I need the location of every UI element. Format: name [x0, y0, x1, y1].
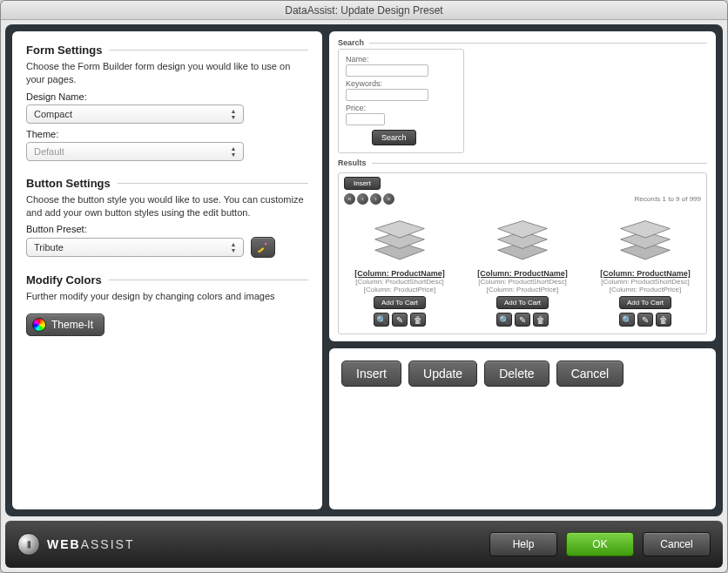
divider	[369, 43, 707, 44]
webassist-brand-text: WEBASSIST	[47, 537, 134, 551]
divider	[109, 280, 308, 280]
preview-search-heading: Search	[338, 38, 364, 47]
product-short-desc: [Column: ProductShortDesc]	[470, 278, 575, 286]
chevron-updown-icon: ▲▼	[227, 107, 239, 121]
add-to-cart-button[interactable]: Add To Cart	[374, 296, 426, 309]
preview-price-input[interactable]	[346, 113, 385, 125]
delete-icon[interactable]: 🗑	[533, 313, 549, 327]
divider	[372, 163, 707, 164]
button-preset-label: Button Preset:	[26, 224, 308, 234]
add-to-cart-button[interactable]: Add To Cart	[496, 296, 549, 309]
design-name-label: Design Name:	[26, 91, 308, 102]
design-name-select[interactable]: Compact ▲▼	[26, 104, 244, 124]
preview-results-heading: Results	[338, 158, 367, 167]
theme-value: Default	[34, 146, 64, 157]
theme-it-label: Theme-It	[51, 319, 93, 331]
preview-pane: Search Name: Keywords: Price: Search Res…	[329, 31, 716, 341]
preview-search-form: Name: Keywords: Price: Search	[338, 49, 464, 153]
theme-it-button[interactable]: Theme-It	[26, 313, 104, 336]
button-settings-desc: Choose the button style you would like t…	[26, 193, 308, 219]
product-price: [Column: ProductPrice]	[470, 286, 575, 293]
button-preset-select[interactable]: Tribute ▲▼	[26, 238, 244, 257]
cancel-button[interactable]: Cancel	[643, 532, 711, 556]
form-settings-desc: Choose the Form Builder form design you …	[26, 60, 308, 86]
product-name-link[interactable]: [Column: ProductName]	[470, 269, 575, 278]
last-page-icon[interactable]: »	[383, 193, 394, 205]
edit-icon[interactable]: ✎	[392, 313, 408, 327]
insert-button[interactable]: Insert	[341, 361, 401, 387]
form-settings-heading: Form Settings	[26, 44, 102, 57]
product-short-desc: [Column: ProductShortDesc]	[593, 278, 698, 286]
settings-panel: Form Settings Choose the Form Builder fo…	[12, 31, 322, 509]
view-icon[interactable]: 🔍	[496, 313, 512, 327]
color-wheel-icon	[32, 318, 46, 332]
svg-marker-8	[498, 221, 548, 238]
modify-colors-heading: Modify Colors	[26, 273, 102, 286]
pagination-buttons[interactable]: «‹›»	[344, 192, 396, 205]
edit-icon[interactable]: ✎	[637, 313, 653, 327]
action-pane: Insert Update Delete Cancel	[329, 348, 716, 509]
next-page-icon[interactable]: ›	[370, 193, 381, 205]
svg-rect-2	[264, 243, 267, 246]
view-icon[interactable]: 🔍	[374, 313, 389, 327]
product-image-icon	[347, 212, 452, 267]
chevron-updown-icon: ▲▼	[227, 240, 239, 254]
delete-button[interactable]: Delete	[484, 361, 549, 387]
svg-marker-5	[375, 221, 425, 238]
window-title: DataAssist: Update Design Preset	[1, 1, 727, 20]
product-card: [Column: ProductName] [Column: ProductSh…	[470, 212, 575, 327]
webassist-logo: ⦀ WEBASSIST	[17, 533, 134, 556]
preview-price-label: Price:	[346, 104, 366, 112]
product-card: [Column: ProductName] [Column: ProductSh…	[593, 212, 698, 327]
product-card: [Column: ProductName] [Column: ProductSh…	[347, 212, 452, 327]
chevron-updown-icon: ▲▼	[227, 145, 239, 158]
product-image-icon	[593, 212, 698, 267]
design-name-value: Compact	[34, 109, 72, 119]
product-image-icon	[470, 212, 575, 267]
product-price: [Column: ProductPrice]	[347, 286, 452, 293]
pencil-icon	[257, 241, 269, 253]
product-name-link[interactable]: [Column: ProductName]	[593, 269, 698, 278]
product-short-desc: [Column: ProductShortDesc]	[347, 278, 452, 286]
edit-icon[interactable]: ✎	[515, 313, 530, 327]
webassist-badge-icon: ⦀	[17, 533, 40, 556]
content-wrapper: Form Settings Choose the Form Builder fo…	[5, 24, 723, 516]
prev-page-icon[interactable]: ‹	[357, 193, 368, 205]
product-price: [Column: ProductPrice]	[593, 286, 698, 293]
cancel-action-button[interactable]: Cancel	[556, 361, 624, 387]
add-to-cart-button[interactable]: Add To Cart	[619, 296, 671, 309]
modify-colors-desc: Further modify your design by changing c…	[26, 290, 308, 303]
preview-name-input[interactable]	[346, 64, 428, 77]
preview-search-button[interactable]: Search	[372, 130, 416, 145]
delete-icon[interactable]: 🗑	[656, 313, 671, 327]
preview-keywords-input[interactable]	[346, 89, 428, 101]
preview-keywords-label: Keywords:	[346, 79, 382, 88]
ok-button[interactable]: OK	[566, 532, 634, 556]
button-preset-value: Tribute	[34, 242, 64, 253]
dialog-window: DataAssist: Update Design Preset Form Se…	[0, 0, 728, 573]
first-page-icon[interactable]: «	[344, 193, 355, 205]
theme-select[interactable]: Default ▲▼	[26, 142, 244, 161]
product-name-link[interactable]: [Column: ProductName]	[347, 269, 452, 278]
edit-preset-button[interactable]	[251, 237, 275, 258]
divider	[109, 50, 308, 51]
record-count: Records 1 to 9 of 999	[635, 195, 702, 203]
preview-insert-button[interactable]: Insert	[344, 177, 381, 190]
theme-label: Theme:	[26, 129, 308, 139]
dialog-footer: ⦀ WEBASSIST Help OK Cancel	[5, 521, 723, 568]
divider	[118, 183, 308, 184]
view-icon[interactable]: 🔍	[619, 313, 635, 327]
preview-name-label: Name:	[346, 55, 369, 64]
delete-icon[interactable]: 🗑	[410, 313, 426, 327]
preview-results-box: Insert «‹›» Records 1 to 9 of 999	[338, 172, 707, 334]
button-settings-heading: Button Settings	[26, 177, 111, 190]
update-button[interactable]: Update	[408, 361, 477, 387]
help-button[interactable]: Help	[489, 532, 557, 556]
svg-marker-11	[621, 221, 671, 238]
